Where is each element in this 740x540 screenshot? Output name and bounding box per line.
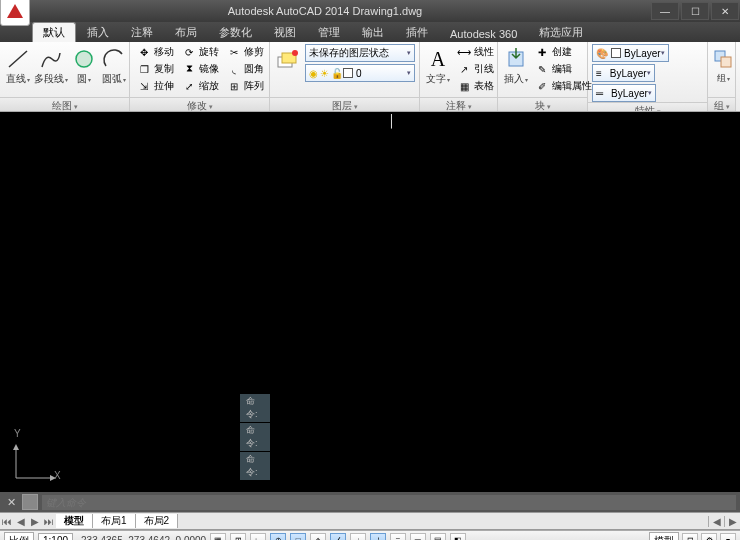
array-button[interactable]: ⊞阵列: [224, 78, 267, 94]
osnap3d-toggle[interactable]: ◈: [310, 533, 326, 541]
tab-annotate[interactable]: 注释: [120, 22, 164, 42]
layout-tab-model[interactable]: 模型: [56, 514, 93, 528]
ducs-toggle[interactable]: ⟂: [350, 533, 366, 541]
minimize-button[interactable]: —: [651, 2, 679, 20]
panel-block-title[interactable]: 块: [498, 97, 587, 111]
tab-manage[interactable]: 管理: [307, 22, 351, 42]
tpy-toggle[interactable]: ▭: [410, 533, 426, 541]
panel-draw: 直线 多段线 圆 圆弧 绘图: [0, 42, 130, 111]
line-button[interactable]: 直线: [4, 44, 32, 88]
lineweight-dropdown[interactable]: ≡ByLayer▾: [592, 64, 655, 82]
tab-layout[interactable]: 布局: [164, 22, 208, 42]
color-dropdown[interactable]: 🎨ByLayer▾: [592, 44, 669, 62]
cmdline-icon[interactable]: [22, 494, 38, 510]
osnap-toggle[interactable]: □: [290, 533, 306, 541]
linear-dim-button[interactable]: ⟷线性: [454, 44, 497, 60]
panel-layer-title[interactable]: 图层: [270, 97, 419, 111]
group-button[interactable]: 组: [712, 44, 734, 87]
layout-nav-next[interactable]: ▶: [28, 516, 42, 527]
block-editattr-button[interactable]: ✐编辑属性: [532, 78, 595, 94]
panel-draw-title[interactable]: 绘图: [0, 97, 129, 111]
tab-insert[interactable]: 插入: [76, 22, 120, 42]
layer-props-button[interactable]: [274, 44, 302, 74]
status-bar: 比例 1:100 233.4365, 273.4642, 0.0000 ▦ ⊞ …: [0, 530, 740, 540]
panel-annotate-title[interactable]: 注释: [420, 97, 497, 111]
table-button[interactable]: ▦表格: [454, 78, 497, 94]
panel-properties-title[interactable]: 特性: [588, 102, 707, 112]
move-icon: ✥: [137, 45, 151, 59]
table-icon: ▦: [457, 79, 471, 93]
tab-output[interactable]: 输出: [351, 22, 395, 42]
rotate-icon: ⟳: [182, 45, 196, 59]
status-menu-1[interactable]: ⊡: [682, 533, 698, 541]
fillet-icon: ◟: [227, 62, 241, 76]
maximize-button[interactable]: ☐: [681, 2, 709, 20]
qp-toggle[interactable]: ▤: [430, 533, 446, 541]
scale-button[interactable]: ⤢缩放: [179, 78, 222, 94]
svg-line-0: [9, 51, 27, 67]
dyn-toggle[interactable]: ⊹: [370, 533, 386, 541]
status-menu-3[interactable]: ▾: [720, 533, 736, 541]
cmdline-close-button[interactable]: ✕: [4, 496, 18, 509]
circle-button[interactable]: 圆: [70, 44, 98, 88]
layout-tab-1[interactable]: 布局1: [93, 514, 136, 528]
layer-current-dropdown[interactable]: ◉ ☀ 🔓 0 ▾: [305, 64, 415, 82]
create-icon: ✚: [535, 45, 549, 59]
tab-featured[interactable]: 精选应用: [528, 22, 594, 42]
arc-button[interactable]: 圆弧: [100, 44, 128, 88]
grid-toggle[interactable]: ⊞: [230, 533, 246, 541]
group-icon: [709, 46, 737, 72]
model-space-button[interactable]: 模型: [649, 532, 679, 541]
block-edit-button[interactable]: ✎编辑: [532, 61, 595, 77]
app-icon[interactable]: [0, 0, 30, 26]
command-input[interactable]: [42, 495, 736, 510]
polar-toggle[interactable]: ⊕: [270, 533, 286, 541]
close-button[interactable]: ✕: [711, 2, 739, 20]
trim-button[interactable]: ✂修剪: [224, 44, 267, 60]
otrack-toggle[interactable]: ∠: [330, 533, 346, 541]
edit-icon: ✎: [535, 62, 549, 76]
move-button[interactable]: ✥移动: [134, 44, 177, 60]
copy-button[interactable]: ❐复制: [134, 61, 177, 77]
scale-value[interactable]: 1:100: [38, 533, 73, 540]
layout-nav-first[interactable]: ⏮: [0, 516, 14, 527]
layout-nav-prev[interactable]: ◀: [14, 516, 28, 527]
leader-button[interactable]: ↗引线: [454, 61, 497, 77]
layer-state-dropdown[interactable]: 未保存的图层状态▾: [305, 44, 415, 62]
lwt-toggle[interactable]: ≡: [390, 533, 406, 541]
tab-default[interactable]: 默认: [32, 22, 76, 42]
sun-icon: ☀: [320, 68, 329, 79]
ortho-toggle[interactable]: ∟: [250, 533, 266, 541]
svg-marker-10: [13, 444, 19, 450]
mirror-button[interactable]: ⧗镜像: [179, 61, 222, 77]
fillet-button[interactable]: ◟圆角: [224, 61, 267, 77]
ribbon: 直线 多段线 圆 圆弧 绘图 ✥移动 ❐复制 ⇲拉伸: [0, 42, 740, 112]
tab-parametric[interactable]: 参数化: [208, 22, 263, 42]
lightbulb-icon: ◉: [309, 68, 318, 79]
layer-props-icon: [274, 46, 302, 72]
mirror-icon: ⧗: [182, 62, 196, 76]
tab-plugins[interactable]: 插件: [395, 22, 439, 42]
layout-tab-2[interactable]: 布局2: [136, 514, 179, 528]
drawing-canvas[interactable]: │ Y X 命令: 命令: 命令:: [0, 112, 740, 492]
panel-group-title[interactable]: 组: [708, 97, 735, 111]
snap-toggle[interactable]: ▦: [210, 533, 226, 541]
hscroll-right[interactable]: ▶: [724, 516, 740, 527]
linetype-dropdown[interactable]: ═ByLayer▾: [592, 84, 656, 102]
tab-view[interactable]: 视图: [263, 22, 307, 42]
panel-properties: 🎨ByLayer▾ ≡ByLayer▾ ═ByLayer▾ 特性: [588, 42, 708, 111]
sc-toggle[interactable]: ◧: [450, 533, 466, 541]
polyline-icon: [37, 46, 65, 72]
layout-nav-last[interactable]: ⏭: [42, 516, 56, 527]
status-menu-2[interactable]: ⚙: [701, 533, 717, 541]
panel-modify-title[interactable]: 修改: [130, 97, 269, 111]
rotate-button[interactable]: ⟳旋转: [179, 44, 222, 60]
stretch-button[interactable]: ⇲拉伸: [134, 78, 177, 94]
polyline-button[interactable]: 多段线: [34, 44, 68, 88]
text-button[interactable]: A 文字: [424, 44, 452, 88]
block-insert-button[interactable]: 插入: [502, 44, 530, 88]
block-create-button[interactable]: ✚创建: [532, 44, 595, 60]
tab-a360[interactable]: Autodesk 360: [439, 25, 528, 42]
list-icon: ═: [596, 88, 603, 99]
hscroll-left[interactable]: ◀: [708, 516, 724, 527]
